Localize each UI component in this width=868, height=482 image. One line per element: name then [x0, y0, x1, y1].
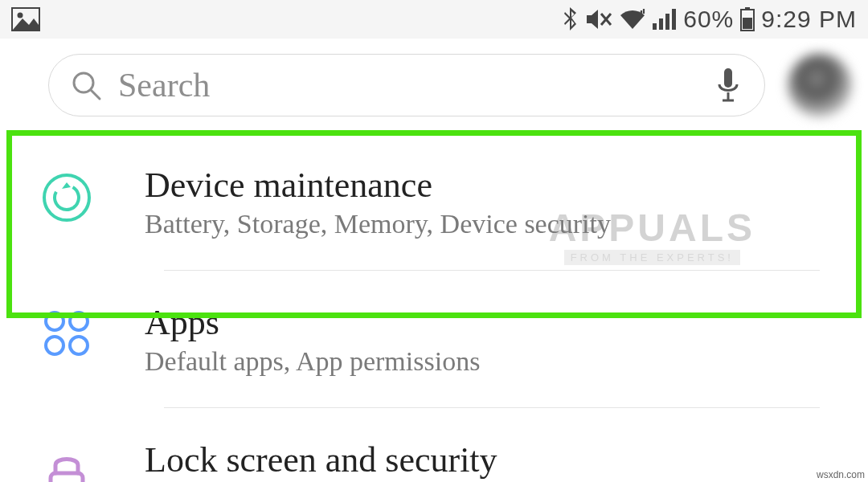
- battery-percent: 60%: [683, 6, 734, 33]
- svg-rect-10: [743, 18, 752, 29]
- item-subtitle: Default apps, App permissions: [145, 346, 836, 377]
- search-field[interactable]: Search: [48, 54, 765, 116]
- wifi-icon: [619, 9, 646, 30]
- svg-rect-6: [665, 14, 669, 30]
- svg-rect-13: [724, 68, 732, 88]
- lock-icon: [44, 444, 89, 482]
- apps-icon: [40, 307, 93, 360]
- svg-rect-7: [672, 9, 676, 30]
- divider: [164, 407, 820, 408]
- picture-icon: [11, 7, 40, 31]
- svg-point-16: [44, 175, 89, 220]
- svg-point-20: [46, 337, 63, 354]
- svg-point-1: [18, 13, 23, 18]
- svg-rect-4: [653, 23, 657, 30]
- search-icon: [70, 69, 102, 101]
- search-row: Search: [0, 39, 868, 132]
- source-tag: wsxdn.com: [817, 469, 865, 480]
- microphone-icon[interactable]: [716, 67, 740, 104]
- item-title: Device maintenance: [145, 165, 836, 206]
- svg-point-21: [70, 337, 88, 354]
- item-subtitle: Battery, Storage, Memory, Device securit…: [145, 209, 836, 239]
- settings-item-apps[interactable]: Apps Default apps, App permissions: [37, 270, 836, 407]
- svg-point-18: [46, 312, 63, 330]
- svg-point-19: [70, 312, 88, 330]
- battery-icon: [740, 7, 755, 31]
- device-maintenance-icon: [39, 170, 95, 226]
- item-title: Apps: [145, 302, 836, 343]
- clock-time: 9:29 PM: [761, 6, 857, 33]
- profile-avatar[interactable]: [788, 53, 852, 117]
- settings-item-lock-screen[interactable]: Lock screen and security: [37, 407, 836, 482]
- status-left: [11, 7, 40, 31]
- bluetooth-icon: [563, 6, 579, 32]
- svg-rect-5: [659, 18, 663, 30]
- divider: [164, 270, 820, 271]
- cellular-signal-icon: [653, 9, 677, 30]
- search-placeholder: Search: [118, 66, 700, 104]
- status-bar: 60% 9:29 PM: [0, 0, 868, 39]
- svg-line-12: [91, 90, 100, 99]
- sound-muted-icon: [585, 7, 612, 31]
- item-title: Lock screen and security: [145, 439, 836, 480]
- settings-item-device-maintenance[interactable]: Device maintenance Battery, Storage, Mem…: [37, 133, 836, 270]
- status-right: 60% 9:29 PM: [563, 6, 857, 33]
- settings-list: Device maintenance Battery, Storage, Mem…: [0, 132, 868, 482]
- svg-rect-22: [51, 473, 83, 482]
